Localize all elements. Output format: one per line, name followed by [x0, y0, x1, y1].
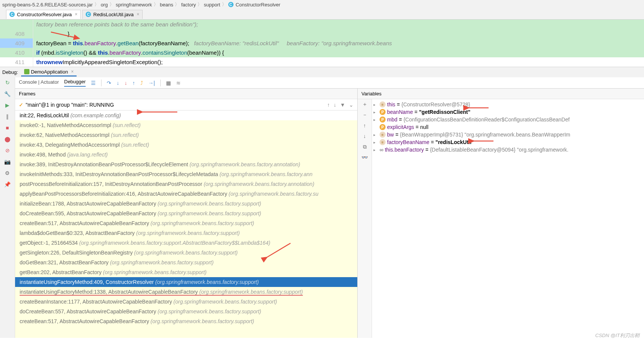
- tab-label: RedisLockUtil.java: [93, 12, 134, 17]
- modify-run-icon[interactable]: 🔧: [5, 91, 11, 97]
- stack-frame[interactable]: getObject:-1, 251664534 (org.springframe…: [15, 238, 357, 248]
- rerun-icon[interactable]: ↻: [5, 80, 11, 86]
- frames-panel: Frames ✓ "main"@1 in group "main": RUNNI…: [15, 89, 358, 338]
- stack-frame[interactable]: init:22, RedisLockUtil (com.example.conf…: [15, 110, 357, 120]
- variable-row[interactable]: ▸∞ this.beanFactory = {DefaultListableBe…: [372, 146, 644, 153]
- variable-row[interactable]: P explicitArgs = null: [372, 123, 644, 131]
- thread-label: "main"@1 in group "main": RUNNING: [26, 102, 114, 108]
- add-watch-icon[interactable]: ＋: [362, 101, 368, 107]
- stack-frame[interactable]: createBean:517, AbstractAutowireCapableB…: [15, 316, 357, 326]
- mute-breakpoints-icon[interactable]: ⊘: [5, 147, 11, 153]
- variable-row[interactable]: ▸P mbd = {ConfigurationClassBeanDefiniti…: [372, 116, 644, 123]
- stack-frame[interactable]: instantiateUsingFactoryMethod:1338, Abst…: [15, 287, 357, 297]
- pin-icon[interactable]: 📌: [5, 181, 11, 187]
- remove-watch-icon[interactable]: －: [362, 112, 368, 118]
- close-icon[interactable]: ×: [75, 12, 77, 17]
- stack-frame[interactable]: invoke:43, DelegatingMethodAccessorImpl …: [15, 140, 357, 150]
- debug-panel: ↻ 🔧 ▶ ∥ ■ ⬤ ⊘ 📷 ⚙ 📌 Console | Actuator D…: [0, 77, 644, 338]
- step-out-icon[interactable]: ↑: [132, 80, 135, 86]
- debug-side-toolbar: ↻ 🔧 ▶ ∥ ■ ⬤ ⊘ 📷 ⚙ 📌: [0, 77, 15, 338]
- up-icon[interactable]: ↑: [362, 123, 368, 129]
- stack-frame[interactable]: doCreateBean:595, AbstractAutowireCapabl…: [15, 209, 357, 218]
- breadcrumb-part[interactable]: org: [101, 2, 108, 8]
- variable-row[interactable]: ▸P beanName = "getRedissonClient": [372, 108, 644, 116]
- pause-icon[interactable]: ∥: [5, 113, 11, 120]
- duplicate-icon[interactable]: ⧉: [362, 144, 368, 150]
- debugger-toolbar: Console | Actuator Debugger ☰ ↷ ↓ ↓ ↑ ⤴ …: [15, 77, 644, 89]
- watermark: CSDN @IT利刃出鞘: [595, 332, 639, 339]
- stack-frame[interactable]: applyBeanPostProcessorsBeforeInitializat…: [15, 189, 357, 199]
- run-to-cursor-icon[interactable]: →|: [148, 80, 155, 86]
- editor-tabs: C ConstructorResolver.java × C RedisLock…: [0, 9, 644, 20]
- variables-side-toolbar: ＋ － ↑ ↓ ⧉ 👓: [358, 99, 372, 338]
- frames-list[interactable]: init:22, RedisLockUtil (com.example.conf…: [15, 110, 357, 338]
- stack-frame[interactable]: getSingleton:226, DefaultSingletonBeanRe…: [15, 248, 357, 258]
- stack-frame[interactable]: postProcessBeforeInitialization:157, Ini…: [15, 179, 357, 189]
- variable-row[interactable]: ▸≡ factoryBeanName = "redisLockUtil": [372, 138, 644, 146]
- stack-frame[interactable]: invoke:62, NativeMethodAccessorImpl (sun…: [15, 130, 357, 140]
- breadcrumb-part[interactable]: springframework: [116, 2, 152, 8]
- class-icon: C: [9, 12, 15, 17]
- breadcrumb-part[interactable]: beans: [160, 2, 173, 8]
- variables-panel: Variables ＋ － ↑ ↓ ⧉ 👓 ▸≡ this = {Constru…: [358, 89, 644, 338]
- stack-frame[interactable]: instantiateUsingFactoryMethod:409, Const…: [15, 277, 357, 287]
- check-icon: ✓: [19, 102, 23, 108]
- close-icon[interactable]: ×: [137, 12, 139, 17]
- stack-frame[interactable]: doCreateBean:557, AbstractAutowireCapabl…: [15, 307, 357, 316]
- variable-row[interactable]: ▸≡ this = {ConstructorResolver@5728}: [372, 101, 644, 108]
- next-frame-icon[interactable]: ↓: [334, 102, 336, 108]
- stack-frame[interactable]: invoke0:-1, NativeMethodAccessorImpl (su…: [15, 120, 357, 130]
- debug-app-name: DemoApplication: [31, 69, 68, 75]
- debug-header: Debug: DemoApplication ×: [0, 67, 644, 77]
- breadcrumb: spring-beans-5.2.6.RELEASE-sources.jar 〉…: [0, 0, 644, 9]
- line-number: 409: [0, 38, 33, 48]
- frames-title: Frames: [19, 91, 35, 97]
- restore-layout-icon[interactable]: ☰: [91, 80, 96, 86]
- view-breakpoints-icon[interactable]: ⬤: [5, 136, 11, 142]
- variables-title: Variables: [361, 91, 381, 97]
- breadcrumb-part[interactable]: support: [204, 2, 220, 8]
- step-over-icon[interactable]: ↷: [107, 80, 111, 86]
- debug-label: Debug:: [2, 69, 18, 75]
- stack-frame[interactable]: invokeInitMethods:333, InitDestroyAnnota…: [15, 169, 357, 179]
- editor-tab-constructor[interactable]: C ConstructorResolver.java ×: [6, 10, 81, 19]
- debugger-tab[interactable]: Debugger: [64, 79, 86, 87]
- get-thread-dump-icon[interactable]: 📷: [5, 159, 11, 165]
- show-watches-icon[interactable]: 👓: [362, 154, 368, 160]
- prev-frame-icon[interactable]: ↑: [327, 102, 330, 108]
- down-icon[interactable]: ↓: [362, 133, 368, 139]
- resume-icon[interactable]: ▶: [5, 102, 11, 108]
- trace-icon[interactable]: ≋: [176, 80, 181, 86]
- breadcrumb-class[interactable]: ConstructorResolver: [236, 2, 281, 8]
- variable-row[interactable]: ▸≡ bw = {BeanWrapperImpl@5731} "org.spri…: [372, 131, 644, 138]
- stack-frame[interactable]: lambda$doGetBean$0:323, AbstractBeanFact…: [15, 228, 357, 238]
- evaluate-expression-icon[interactable]: ▦: [166, 80, 171, 86]
- spring-boot-icon: [24, 69, 29, 74]
- close-icon[interactable]: ×: [71, 69, 74, 74]
- breadcrumb-jar[interactable]: spring-beans-5.2.6.RELEASE-sources.jar: [2, 2, 93, 8]
- console-tab[interactable]: Console | Actuator: [19, 79, 59, 86]
- stack-frame[interactable]: invoke:498, Method (java.lang.reflect): [15, 150, 357, 159]
- stack-frame[interactable]: doGetBean:321, AbstractBeanFactory (org.…: [15, 258, 357, 267]
- stop-icon[interactable]: ■: [5, 125, 11, 131]
- variables-list[interactable]: ▸≡ this = {ConstructorResolver@5728}▸P b…: [372, 99, 644, 338]
- code-editor[interactable]: factory bean reference points back to th…: [0, 20, 644, 67]
- step-into-icon[interactable]: ↓: [117, 80, 119, 86]
- settings-icon[interactable]: ⚙: [5, 170, 11, 176]
- dropdown-icon[interactable]: ⌄: [349, 102, 354, 108]
- stack-frame[interactable]: invoke:389, InitDestroyAnnotationBeanPos…: [15, 159, 357, 169]
- stack-frame[interactable]: createBeanInstance:1177, AbstractAutowir…: [15, 297, 357, 307]
- editor-tab-redislock[interactable]: C RedisLockUtil.java ×: [82, 10, 143, 19]
- filter-icon[interactable]: ▼: [340, 102, 345, 108]
- class-icon: C: [86, 12, 91, 17]
- chevron-right-icon: 〉: [94, 1, 99, 8]
- debug-config-tab[interactable]: DemoApplication ×: [21, 68, 77, 77]
- thread-selector[interactable]: ✓ "main"@1 in group "main": RUNNING ↑ ↓ …: [15, 99, 357, 110]
- breadcrumb-part[interactable]: factory: [181, 2, 196, 8]
- stack-frame[interactable]: createBean:517, AbstractAutowireCapableB…: [15, 218, 357, 228]
- stack-frame[interactable]: getBean:202, AbstractBeanFactory (org.sp…: [15, 267, 357, 277]
- stack-frame[interactable]: initializeBean:1788, AbstractAutowireCap…: [15, 199, 357, 209]
- force-step-into-icon[interactable]: ↓: [124, 80, 127, 86]
- drop-frame-icon[interactable]: ⤴: [140, 80, 143, 86]
- line-number: 411: [0, 57, 33, 67]
